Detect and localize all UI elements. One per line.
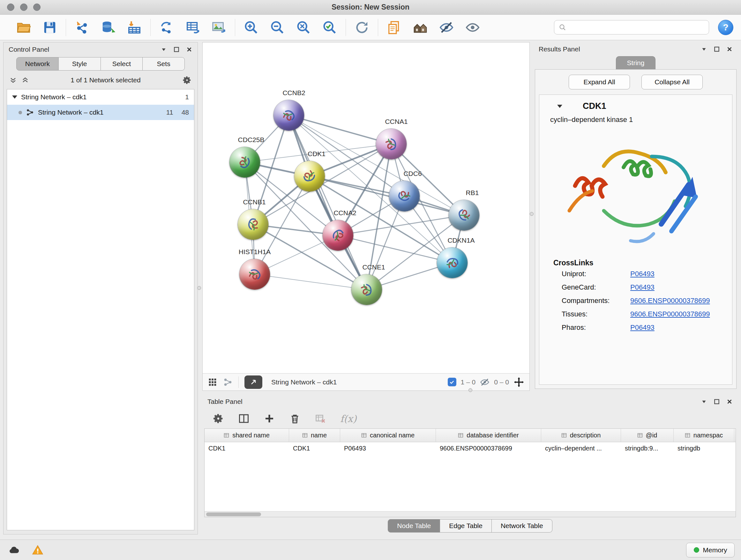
delete-column-icon[interactable] [289, 413, 300, 424]
right-splitter-knob[interactable] [530, 212, 534, 216]
left-splitter-knob[interactable] [197, 286, 201, 290]
hidden-eye-icon[interactable] [480, 377, 489, 387]
crosslink-link[interactable]: P06493 [630, 283, 655, 292]
memory-button[interactable]: Memory [686, 543, 735, 557]
caret-down-icon[interactable] [12, 96, 17, 99]
help-button[interactable]: ? [718, 20, 733, 35]
collapse-all-button[interactable]: Collapse All [642, 75, 703, 89]
crosslink-link[interactable]: 9606.ENSP00000378699 [630, 297, 710, 305]
minimize-window-button[interactable] [20, 3, 27, 11]
node-CCNE1[interactable] [351, 274, 382, 305]
node-CCNB1[interactable] [238, 209, 268, 240]
zoom-selected-button[interactable] [321, 19, 338, 36]
table-cell[interactable]: P06493 [340, 442, 436, 455]
tab-style[interactable]: Style [59, 57, 101, 71]
close-panel-icon[interactable] [186, 46, 192, 53]
table-row[interactable]: CDK1CDK1P064939606.ENSP00000378699cyclin… [205, 442, 736, 455]
collapse-panel-icon[interactable] [160, 46, 167, 53]
node-CDKN1A[interactable] [437, 247, 468, 278]
add-column-icon[interactable] [264, 413, 275, 424]
refresh-button[interactable] [354, 19, 370, 36]
node-CCNB2[interactable] [273, 100, 304, 131]
bottom-splitter-knob[interactable] [468, 388, 472, 392]
float-panel-icon[interactable] [173, 46, 180, 53]
open-in-window-button[interactable] [245, 375, 262, 389]
tab-network[interactable]: Network [16, 57, 59, 71]
float-panel-icon[interactable] [714, 46, 720, 52]
close-panel-icon[interactable] [726, 398, 733, 405]
close-window-button[interactable] [7, 3, 14, 11]
column-header-database-identifier[interactable]: database identifier [436, 429, 541, 442]
collapse-all-icon[interactable] [9, 76, 17, 84]
search-input[interactable] [569, 23, 704, 31]
edge-CDK1-RB1[interactable] [310, 176, 464, 215]
crosslink-link[interactable]: P06493 [630, 323, 655, 332]
float-panel-icon[interactable] [714, 398, 720, 405]
table-cell[interactable]: stringdb:9... [621, 442, 674, 455]
tab-string[interactable]: String [616, 56, 656, 69]
network-collection-row[interactable]: String Network – cdk1 1 [7, 89, 194, 105]
gear-icon[interactable] [182, 75, 192, 85]
table-settings-gear-icon[interactable] [212, 413, 224, 424]
import-database-button[interactable] [100, 19, 117, 36]
network-row-selected[interactable]: String Network – cdk1 11 48 [7, 105, 194, 120]
zoom-out-button[interactable] [269, 19, 286, 36]
node-CDC25B[interactable] [229, 147, 260, 178]
table-cell[interactable]: cyclin–dependent ... [541, 442, 621, 455]
edge-HIST1H1A-CCNE1[interactable] [255, 274, 367, 290]
collapse-gene-icon[interactable] [557, 105, 562, 108]
warnings-button[interactable] [30, 543, 45, 558]
selected-checkbox-icon[interactable] [448, 378, 456, 386]
cloud-status-button[interactable] [6, 543, 22, 558]
node-CDC6[interactable] [389, 181, 420, 211]
edge-CCNB2-CCNA1[interactable] [289, 115, 391, 144]
birdseye-grid-icon[interactable] [208, 377, 217, 387]
export-image-button[interactable] [211, 19, 227, 36]
hide-selection-button[interactable] [438, 19, 455, 36]
expand-all-button[interactable]: Expand All [569, 75, 630, 89]
save-session-button[interactable] [42, 19, 58, 36]
crosslink-link[interactable]: 9606.ENSP00000378699 [630, 310, 710, 318]
network-canvas[interactable]: CCNB2CCNA1CDC25BCDK1CDC6RB1CCNB1CCNA2CDK… [203, 43, 529, 373]
show-columns-icon[interactable] [238, 413, 250, 424]
crosshair-move-icon[interactable] [514, 377, 524, 388]
expand-all-icon[interactable] [21, 76, 29, 84]
column-header--id[interactable]: @id [621, 429, 674, 442]
zoom-window-button[interactable] [33, 3, 41, 11]
open-session-button[interactable] [15, 19, 32, 36]
node-HIST1H1A[interactable] [239, 259, 270, 290]
table-cell[interactable]: CDK1 [205, 442, 289, 455]
import-table-button[interactable] [126, 19, 143, 36]
table-cell[interactable]: stringdb [674, 442, 734, 455]
zoom-fit-button[interactable] [295, 19, 312, 36]
collapse-panel-icon[interactable] [701, 398, 707, 405]
tab-edge-table[interactable]: Edge Table [440, 519, 492, 533]
copy-document-button[interactable] [386, 19, 402, 36]
scrollbar-thumb[interactable] [206, 512, 261, 516]
node-CDK1[interactable] [294, 161, 325, 192]
column-header-canonical-name[interactable]: canonical name [340, 429, 436, 442]
collapse-panel-icon[interactable] [701, 46, 707, 52]
node-CCNA2[interactable] [323, 220, 353, 251]
edge-CCNB2-CCNE1[interactable] [289, 115, 367, 290]
new-network-button[interactable] [158, 19, 175, 36]
first-neighbors-button[interactable] [412, 19, 428, 36]
tab-select[interactable]: Select [101, 57, 143, 71]
table-cell[interactable]: CDK1 [289, 442, 340, 455]
close-panel-icon[interactable] [726, 46, 733, 52]
import-network-button[interactable] [74, 19, 90, 36]
table-cell[interactable]: 9606.ENSP00000378699 [436, 442, 541, 455]
share-network-icon[interactable] [223, 377, 232, 387]
zoom-in-button[interactable] [243, 19, 259, 36]
crosslink-link[interactable]: P06493 [630, 270, 655, 278]
show-all-button[interactable] [464, 19, 481, 36]
node-RB1[interactable] [449, 200, 479, 231]
column-header-name[interactable]: name [289, 429, 340, 442]
tab-network-table[interactable]: Network Table [492, 519, 552, 533]
column-header-namespac[interactable]: namespac [674, 429, 734, 442]
node-CCNA1[interactable] [376, 129, 407, 159]
new-table-button[interactable] [185, 19, 201, 36]
tab-node-table[interactable]: Node Table [388, 519, 440, 533]
tab-sets[interactable]: Sets [143, 57, 185, 71]
table-horizontal-scrollbar[interactable] [205, 511, 736, 517]
